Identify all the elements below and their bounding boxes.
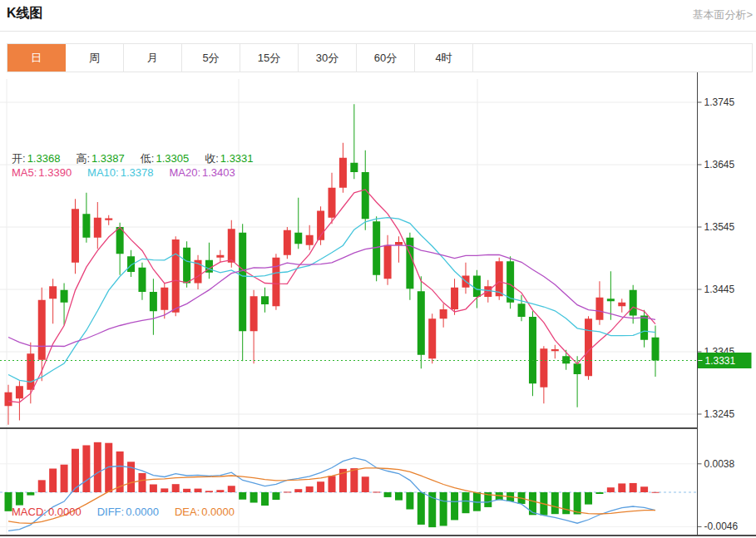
tab-15分[interactable]: 15分 — [240, 44, 299, 72]
tab-5分[interactable]: 5分 — [182, 44, 240, 72]
page-title: K线图 — [7, 5, 43, 22]
ma-row-item: MA10:1.3378 — [87, 166, 153, 179]
header-divider — [0, 31, 756, 32]
macd-legend: MACD:0.0000DIFF:0.0000DEA:0.0000 — [12, 506, 250, 518]
kline-chart-area[interactable]: 1.37451.36451.35451.34451.33451.32450.00… — [0, 72, 756, 538]
ohlc-row-item: 开:1.3368 — [12, 151, 60, 166]
ma-row-item: MA20:1.3403 — [169, 166, 235, 179]
svg-text:1.3645: 1.3645 — [704, 159, 735, 170]
ohlc-row-item: 收:1.3331 — [205, 151, 253, 166]
svg-text:1.3545: 1.3545 — [704, 221, 735, 233]
kline-chart-svg: 1.37451.36451.35451.34451.33451.32450.00… — [0, 72, 756, 538]
svg-text:1.3245: 1.3245 — [704, 408, 735, 420]
period-tabbar: 日周月5分15分30分60分4时 — [7, 43, 753, 72]
ohlc-row-item: 低:1.3305 — [141, 151, 189, 166]
ohlc-legend: 开:1.3368高:1.3387低:1.3305收:1.3331 — [12, 151, 269, 166]
ma-row-item: MA5:1.3390 — [12, 166, 72, 179]
fundamental-analysis-link[interactable]: 基本面分析> — [692, 7, 753, 22]
macd-row-item: MACD:0.0000 — [12, 506, 82, 518]
macd-row-item: DEA:0.0000 — [175, 506, 235, 518]
tab-日[interactable]: 日 — [7, 44, 66, 72]
ohlc-row-item: 高:1.3387 — [76, 151, 124, 166]
tab-月[interactable]: 月 — [124, 44, 182, 72]
svg-text:1.3445: 1.3445 — [704, 284, 735, 295]
macd-row-item: DIFF:0.0000 — [97, 506, 159, 518]
svg-text:1.3331: 1.3331 — [705, 355, 736, 367]
svg-text:-0.0046: -0.0046 — [704, 521, 739, 532]
svg-text:0.0038: 0.0038 — [704, 458, 735, 470]
tab-60分[interactable]: 60分 — [357, 44, 415, 72]
tab-4时[interactable]: 4时 — [415, 44, 473, 72]
svg-text:1.3745: 1.3745 — [704, 96, 735, 108]
ma-legend: MA5:1.3390MA10:1.3378MA20:1.3403 — [12, 166, 251, 179]
tab-周[interactable]: 周 — [66, 44, 124, 72]
tab-30分[interactable]: 30分 — [299, 44, 357, 72]
kline-layers: 1.37451.36451.35451.34451.33451.32450.00… — [0, 72, 756, 536]
